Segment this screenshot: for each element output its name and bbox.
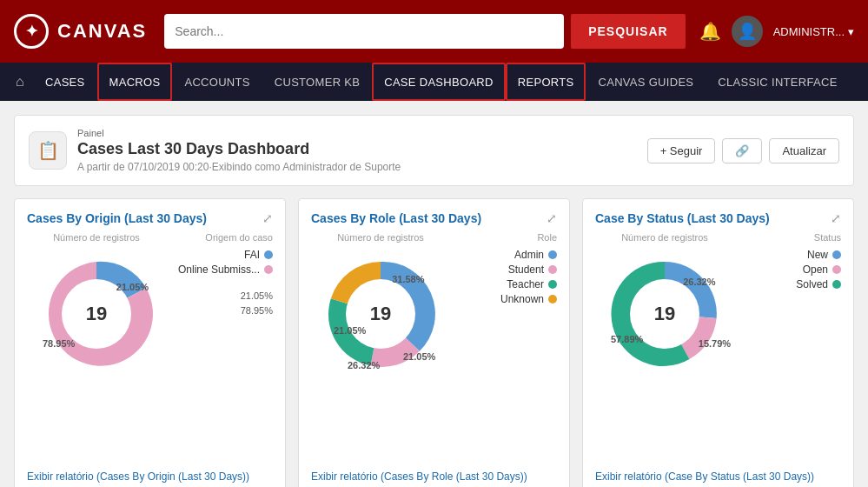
chart-role-area: Número de registros xyxy=(311,232,557,384)
chart-role-legend: Role Admin Student Teacher Unknown xyxy=(459,232,557,305)
chart-status-legend: Status New Open Solved xyxy=(743,232,841,290)
axis-label-status: Número de registros xyxy=(621,232,708,243)
donut-status-label: 19 xyxy=(654,303,675,325)
legend-label-admin: Admin xyxy=(514,249,544,261)
legend-item-open: Open xyxy=(743,264,841,276)
donut-origin-label: 19 xyxy=(86,303,107,325)
legend-item-admin: Admin xyxy=(459,249,557,261)
legend-label-online: Online Submiss... xyxy=(178,264,260,276)
legend-label-new: New xyxy=(807,249,828,261)
legend-label-teacher: Teacher xyxy=(507,278,544,290)
nav-home[interactable]: ⌂ xyxy=(7,63,33,101)
legend-item-online: Online Submiss... xyxy=(175,264,273,276)
chevron-down-icon: ▾ xyxy=(848,25,854,38)
logo-text: CANVAS xyxy=(57,20,147,43)
logo-area: ✦ CANVAS xyxy=(14,14,147,49)
legend-dot-teacher xyxy=(548,280,557,289)
legend-title-status: Status xyxy=(743,232,841,243)
legend-dot-online xyxy=(264,265,273,274)
expand-icon-status[interactable]: ⤢ xyxy=(831,211,841,225)
donut-role-label: 19 xyxy=(370,303,391,325)
legend-label-solved: Solved xyxy=(796,278,828,290)
panel-title: Cases Last 30 Days Dashboard xyxy=(77,140,401,158)
panel-info: Painel Cases Last 30 Days Dashboard A pa… xyxy=(77,128,401,173)
axis-label-origin: Número de registros xyxy=(53,232,140,243)
chart-origin: ⤢ Cases By Origin (Last 30 Days) Número … xyxy=(14,198,286,487)
legend-dot-open xyxy=(832,265,841,274)
chart-origin-link[interactable]: Exibir relatório (Cases By Origin (Last … xyxy=(27,470,273,483)
donut-status: 19 xyxy=(595,244,734,384)
nav-item-canvas-guides[interactable]: CANVAS GUIDES xyxy=(586,63,706,101)
legend-dot-new xyxy=(832,250,841,259)
chart-role-title: Cases By Role (Last 30 Days) xyxy=(311,211,557,225)
header-right: 🔔 👤 ADMINISTR... ▾ xyxy=(699,16,854,47)
chart-status-link[interactable]: Exibir relatório (Case By Status (Last 3… xyxy=(595,470,841,483)
expand-icon-role[interactable]: ⤢ xyxy=(547,211,557,225)
legend-dot-unknown xyxy=(548,295,557,304)
nav: ⌂ CASES MACROS ACCOUNTS CUSTOMER KB CASE… xyxy=(0,63,868,101)
legend-item-solved: Solved xyxy=(743,278,841,290)
refresh-button[interactable]: Atualizar xyxy=(769,138,839,163)
axis-label-role: Número de registros xyxy=(337,232,424,243)
nav-item-reports[interactable]: REPORTS xyxy=(506,63,586,101)
legend-item-new: New xyxy=(743,249,841,261)
logo-icon: ✦ xyxy=(14,14,49,49)
panel-actions: + Seguir 🔗 Atualizar xyxy=(647,138,839,163)
legend-dot-solved xyxy=(832,280,841,289)
admin-label[interactable]: ADMINISTR... ▾ xyxy=(773,25,854,38)
nav-item-case-dashboard[interactable]: CASE DASHBOARD xyxy=(372,63,506,101)
legend-title-origin: Origem do caso xyxy=(175,232,273,243)
bell-icon[interactable]: 🔔 xyxy=(699,21,721,42)
chart-origin-area: Número de registros 19 xyxy=(27,232,273,384)
nav-item-customer-kb[interactable]: CUSTOMER KB xyxy=(262,63,372,101)
legend-item-fai: FAI xyxy=(175,249,273,261)
chart-origin-title: Cases By Origin (Last 30 Days) xyxy=(27,211,273,225)
legend-dot-student xyxy=(548,265,557,274)
panel-label: Painel xyxy=(77,128,401,138)
panel-header: 📋 Painel Cases Last 30 Days Dashboard A … xyxy=(14,115,854,186)
legend-dot-fai xyxy=(264,250,273,259)
donut-origin: 19 xyxy=(27,244,166,384)
legend-dot-admin xyxy=(548,250,557,259)
legend-label-fai: FAI xyxy=(244,249,260,261)
header: ✦ CANVAS PESQUISAR 🔔 👤 ADMINISTR... ▾ xyxy=(0,0,868,63)
donut-role: 19 xyxy=(311,244,450,384)
nav-item-accounts[interactable]: ACCOUNTS xyxy=(172,63,262,101)
legend-label-unknown: Unknown xyxy=(500,293,544,305)
content: 📋 Painel Cases Last 30 Days Dashboard A … xyxy=(0,101,868,487)
nav-item-macros[interactable]: MACROS xyxy=(97,63,173,101)
chart-origin-legend: Origem do caso FAI Online Submiss... 21.… xyxy=(175,232,273,316)
legend-item-unknown: Unknown xyxy=(459,293,557,305)
legend-title-role: Role xyxy=(459,232,557,243)
legend-label-student: Student xyxy=(508,264,544,276)
legend-item-student: Student xyxy=(459,264,557,276)
chart-status-title: Case By Status (Last 30 Days) xyxy=(595,211,841,225)
panel-subtitle: A partir de 07/10/2019 00:20·Exibindo co… xyxy=(77,161,401,173)
nav-item-cases[interactable]: CASES xyxy=(33,63,97,101)
chart-status: ⤢ Case By Status (Last 30 Days) Número d… xyxy=(582,198,854,487)
nav-item-classic-interface[interactable]: CLASSIC INTERFACE xyxy=(706,63,849,101)
chart-status-area: Número de registros 19 xyxy=(595,232,841,384)
charts-row: ⤢ Cases By Origin (Last 30 Days) Número … xyxy=(14,198,854,487)
search-button[interactable]: PESQUISAR xyxy=(571,14,685,49)
share-button[interactable]: 🔗 xyxy=(722,138,762,163)
search-input[interactable] xyxy=(164,14,564,49)
chart-role-link[interactable]: Exibir relatório (Cases By Role (Last 30… xyxy=(311,470,557,483)
follow-button[interactable]: + Seguir xyxy=(647,138,716,163)
legend-item-teacher: Teacher xyxy=(459,278,557,290)
legend-label-open: Open xyxy=(803,264,828,276)
chart-role: ⤢ Cases By Role (Last 30 Days) Número de… xyxy=(298,198,570,487)
avatar: 👤 xyxy=(732,16,763,47)
expand-icon-origin[interactable]: ⤢ xyxy=(262,211,273,225)
panel-icon: 📋 xyxy=(29,131,67,170)
